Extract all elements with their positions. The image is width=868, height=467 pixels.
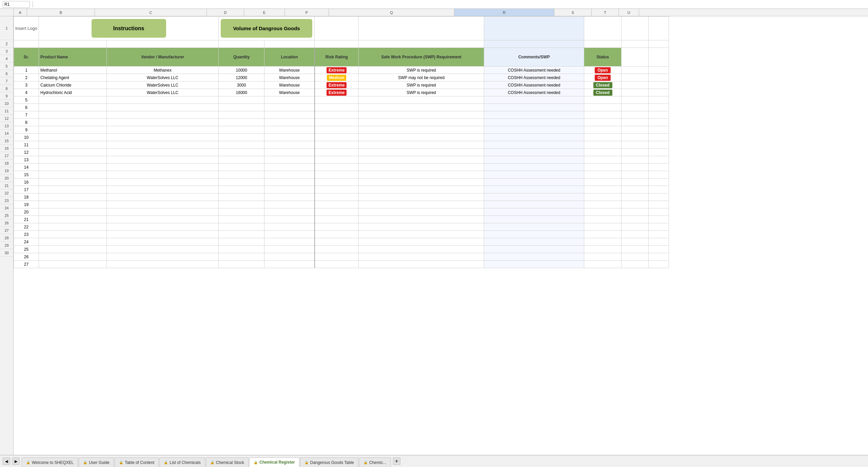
cell-t[interactable] <box>622 223 649 231</box>
cell-vendor[interactable] <box>107 126 219 134</box>
cell-quantity[interactable] <box>219 149 264 156</box>
cell-quantity[interactable] <box>219 223 264 231</box>
cell-t[interactable] <box>622 119 649 126</box>
cell-comments[interactable] <box>484 193 584 201</box>
cell-swp[interactable] <box>359 126 484 134</box>
cell-swp[interactable] <box>359 141 484 149</box>
cell-u[interactable] <box>649 67 669 74</box>
cell-location[interactable] <box>264 149 315 156</box>
cell-vendor[interactable] <box>107 156 219 164</box>
tab-nav-right[interactable]: ▶ <box>12 457 20 465</box>
cell-vendor[interactable]: WaterSolves LLC <box>107 89 219 96</box>
cell-t[interactable] <box>622 126 649 134</box>
cell-comments[interactable] <box>484 253 584 261</box>
cell-product[interactable] <box>39 179 107 186</box>
cell-comments[interactable] <box>484 156 584 164</box>
cell-sr[interactable]: 21 <box>14 216 39 223</box>
cell-sr[interactable]: 12 <box>14 149 39 156</box>
cell-product[interactable] <box>39 208 107 216</box>
cell-vendor[interactable] <box>107 134 219 141</box>
cell-vendor[interactable] <box>107 253 219 261</box>
cell-status[interactable]: Closed <box>584 81 622 89</box>
cell-product[interactable] <box>39 231 107 238</box>
cell-status[interactable]: Open <box>584 74 622 81</box>
cell-swp[interactable] <box>359 111 484 119</box>
cell-t[interactable] <box>622 253 649 261</box>
volume-dangerous-button[interactable]: Volume of Dangrous Goods <box>221 19 312 38</box>
cell-comments[interactable] <box>484 216 584 223</box>
col-header-e[interactable]: E <box>244 9 285 16</box>
cell-u[interactable] <box>649 171 669 179</box>
cell-t[interactable] <box>622 246 649 253</box>
cell-location[interactable] <box>264 208 315 216</box>
cell-u[interactable] <box>649 74 669 81</box>
cell-u[interactable] <box>649 179 669 186</box>
cell-location[interactable] <box>264 119 315 126</box>
cell-u[interactable] <box>649 134 669 141</box>
cell-t[interactable] <box>622 141 649 149</box>
instructions-button[interactable]: Instructions <box>92 19 166 38</box>
cell-comments[interactable]: COSHH Assessment needed <box>484 89 584 96</box>
cell-sr[interactable]: 20 <box>14 208 39 216</box>
cell-risk[interactable] <box>315 134 359 141</box>
cell-sr[interactable]: 3 <box>14 81 39 89</box>
col-header-b[interactable]: B <box>27 9 95 16</box>
cell-vendor[interactable] <box>107 149 219 156</box>
cell-swp[interactable] <box>359 179 484 186</box>
cell-comments[interactable] <box>484 96 584 104</box>
cell-vendor[interactable] <box>107 179 219 186</box>
cell-status[interactable] <box>584 164 622 171</box>
cell-product[interactable]: Calcium Chloride <box>39 81 107 89</box>
cell-location[interactable] <box>264 238 315 246</box>
tab-add-button[interactable]: + <box>393 457 400 465</box>
col-header-t[interactable]: T <box>592 9 619 16</box>
cell-u[interactable] <box>649 208 669 216</box>
cell-comments[interactable] <box>484 179 584 186</box>
cell-u[interactable] <box>649 81 669 89</box>
cell-product[interactable] <box>39 223 107 231</box>
cell-risk[interactable] <box>315 223 359 231</box>
cell-product[interactable] <box>39 156 107 164</box>
cell-location[interactable] <box>264 253 315 261</box>
sheet-tab-welcome-to-sheqxel[interactable]: 🔒Welcome to SHEQXEL <box>22 457 78 467</box>
cell-quantity[interactable] <box>219 141 264 149</box>
cell-comments[interactable] <box>484 201 584 208</box>
cell-status[interactable] <box>584 179 622 186</box>
cell-u[interactable] <box>649 261 669 268</box>
cell-swp[interactable] <box>359 208 484 216</box>
cell-u[interactable] <box>649 193 669 201</box>
cell-vendor[interactable] <box>107 201 219 208</box>
cell-swp[interactable] <box>359 223 484 231</box>
col-header-q[interactable]: Q <box>329 9 454 16</box>
cell-quantity[interactable] <box>219 238 264 246</box>
cell-sr[interactable]: 26 <box>14 253 39 261</box>
cell-location[interactable]: Warehouse <box>264 89 315 96</box>
cell-swp[interactable] <box>359 238 484 246</box>
cell-risk[interactable] <box>315 253 359 261</box>
cell-comments[interactable] <box>484 171 584 179</box>
cell-risk[interactable]: Extreme <box>315 81 359 89</box>
cell-sr[interactable]: 18 <box>14 193 39 201</box>
cell-comments[interactable]: COSHH Assessment needed <box>484 67 584 74</box>
cell-quantity[interactable] <box>219 216 264 223</box>
cell-u[interactable] <box>649 253 669 261</box>
cell-swp[interactable] <box>359 246 484 253</box>
cell-swp[interactable] <box>359 186 484 193</box>
cell-location[interactable] <box>264 111 315 119</box>
cell-vendor[interactable] <box>107 119 219 126</box>
cell-swp[interactable] <box>359 253 484 261</box>
cell-swp[interactable]: SWP is required <box>359 67 484 74</box>
cell-vendor[interactable] <box>107 246 219 253</box>
cell-risk[interactable] <box>315 171 359 179</box>
cell-product[interactable] <box>39 171 107 179</box>
cell-status[interactable] <box>584 253 622 261</box>
cell-location[interactable] <box>264 171 315 179</box>
cell-vendor[interactable] <box>107 164 219 171</box>
cell-status[interactable] <box>584 246 622 253</box>
cell-comments[interactable]: COSHH Assessment needed <box>484 74 584 81</box>
cell-u[interactable] <box>649 149 669 156</box>
cell-location[interactable] <box>264 156 315 164</box>
sheet-tab-list-of-chemicals[interactable]: 🔒List of Chemicals <box>159 457 205 467</box>
cell-t[interactable] <box>622 186 649 193</box>
cell-product[interactable] <box>39 238 107 246</box>
